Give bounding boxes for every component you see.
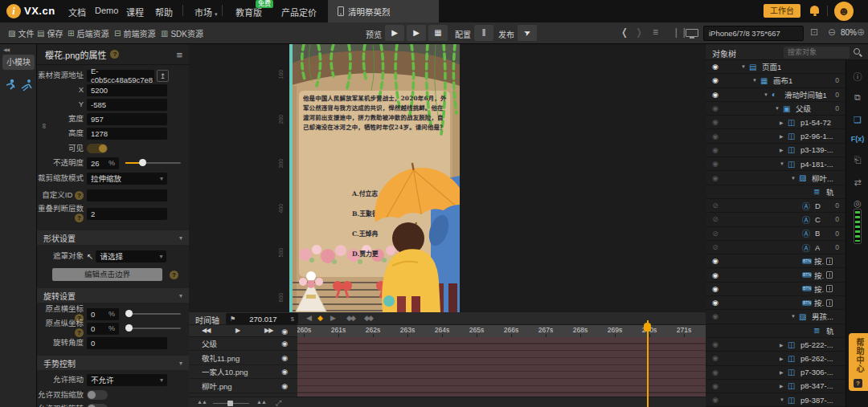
playhead-pin[interactable] xyxy=(644,323,651,332)
expand-arrow-icon[interactable]: ▼ xyxy=(764,92,772,97)
cursor-pick-icon[interactable]: ↖ xyxy=(87,252,93,261)
visibility-eye-icon[interactable]: ⊘ xyxy=(710,243,720,251)
timeline-lanes[interactable] xyxy=(297,337,706,397)
expand-arrow-icon[interactable]: ▼ xyxy=(780,161,788,166)
tree-item[interactable]: ⊘ⒶA0 xyxy=(706,241,845,254)
file-menu[interactable]: ▨文件 xyxy=(8,27,34,39)
tree-item[interactable]: ◉▶◫p5-222-... xyxy=(706,338,845,352)
info-icon[interactable]: i xyxy=(826,271,833,279)
asset-address-field[interactable]: E-c0b5cc48a59c7e8 xyxy=(87,70,154,82)
timeline-track-row[interactable]: 一家人10.png◉ xyxy=(189,365,297,379)
pinch-zoom-toggle[interactable] xyxy=(87,390,108,400)
opacity-slider[interactable] xyxy=(125,162,181,164)
visibility-eye-icon[interactable]: ◉ xyxy=(710,271,720,279)
info-panel-icon[interactable]: ⓘ xyxy=(846,70,868,83)
tree-item[interactable]: ◉▼▨男孩... xyxy=(706,310,845,324)
tree-item[interactable]: ◉▶◫p1-54-72 xyxy=(706,116,845,129)
visibility-eye-icon[interactable]: ◉ xyxy=(281,328,288,336)
angle-field[interactable]: 0 xyxy=(87,337,167,349)
jump-end-keyframes-icon[interactable]: ◆◆ xyxy=(364,314,372,322)
formula-icon[interactable]: F(x) xyxy=(846,135,868,143)
zoom-out-icon[interactable]: ⊖ xyxy=(828,26,836,38)
help-question-icon[interactable]: ? xyxy=(75,214,84,222)
expand-arrow-icon[interactable]: ▶ xyxy=(780,120,788,125)
tree-item[interactable]: ◉▼▤页面1 xyxy=(706,60,845,74)
playhead[interactable] xyxy=(647,320,649,407)
visibility-eye-icon[interactable]: ◉ xyxy=(710,132,720,140)
help-question-icon[interactable]: ? xyxy=(75,191,84,200)
device-selector[interactable] xyxy=(703,26,804,41)
info-icon[interactable]: i xyxy=(826,285,833,292)
logo-text[interactable]: VX.cn xyxy=(24,5,55,17)
tree-item[interactable]: ◉▶◫p6-262-... xyxy=(706,352,845,365)
expand-arrow-icon[interactable]: ▼ xyxy=(775,106,783,111)
expand-timeline-icon[interactable]: ⤢ xyxy=(276,399,280,407)
timeline-track-row[interactable]: 敬礼11.png◉ xyxy=(189,352,297,365)
user-avatar[interactable]: ☻ xyxy=(834,2,854,21)
current-time-value[interactable]: 270.017 xyxy=(239,315,288,324)
tree-item[interactable]: ⊘ⒶB0 xyxy=(706,227,845,241)
visibility-eye-icon[interactable]: ◉ xyxy=(710,285,720,293)
expand-arrow-icon[interactable]: ▼ xyxy=(741,64,749,69)
play-icon[interactable]: ▶ xyxy=(235,327,240,334)
menu-help[interactable]: 帮助 xyxy=(155,6,173,18)
visible-toggle[interactable] xyxy=(87,144,108,153)
tree-item[interactable]: ◉▶◫p8-347-... xyxy=(706,380,845,393)
visibility-eye-icon[interactable]: ◉ xyxy=(710,104,720,112)
help-question-icon[interactable]: ? xyxy=(110,50,119,59)
expand-arrow-icon[interactable]: ▶ xyxy=(780,147,788,153)
expand-arrow-icon[interactable]: ▶ xyxy=(780,342,788,348)
undo-chevron-icon[interactable]: ❬ xyxy=(620,26,628,38)
tree-item[interactable]: ◉▼◫p9-387-... xyxy=(706,393,845,407)
visibility-eye-icon[interactable]: ◉ xyxy=(710,76,720,84)
visibility-eye-icon[interactable]: ◉ xyxy=(710,160,720,168)
overlap-field[interactable]: 2 xyxy=(87,208,167,220)
clip-mode-select[interactable]: 拉伸缩放▾ xyxy=(87,173,167,185)
tree-item[interactable]: ◉▼▨柳叶... xyxy=(706,171,845,185)
prev-keyframe-icon[interactable]: ◀ xyxy=(306,314,312,322)
logo-icon[interactable]: i xyxy=(6,4,21,18)
keyframe-diamond-icon[interactable]: ◆ xyxy=(317,314,323,322)
target-icon[interactable]: ◎ xyxy=(846,198,868,209)
backend-resources-button[interactable]: ⊞后端资源 xyxy=(68,27,108,39)
visibility-eye-icon[interactable]: ◉ xyxy=(281,354,288,362)
menu-course[interactable]: 课程 xyxy=(126,6,144,18)
visibility-eye-icon[interactable]: ◉ xyxy=(710,63,720,71)
search-icon[interactable] xyxy=(854,48,860,55)
action-figure-icon[interactable] xyxy=(3,78,18,92)
visibility-eye-icon[interactable]: ◉ xyxy=(710,354,720,362)
gesture-section-header[interactable]: 手势控制▾ xyxy=(37,356,189,370)
timeline-zoom-out-icon[interactable]: ▲▲ xyxy=(197,399,207,405)
settings-sliders-button[interactable]: ⫼ xyxy=(474,25,493,41)
exit-door-icon[interactable]: ⎗ xyxy=(846,155,868,165)
origin-y-slider[interactable] xyxy=(125,328,181,329)
search-input[interactable] xyxy=(784,47,850,59)
mask-select[interactable]: 请选择▾ xyxy=(96,250,166,263)
jump-start-keyframes-icon[interactable]: ◆◆ xyxy=(346,314,354,322)
timeline-track-row[interactable]: 柳叶.png◉ xyxy=(189,380,297,393)
tree-item[interactable]: ⊘ⒶD0 xyxy=(706,199,845,213)
edit-click-bounds-button[interactable]: 编辑点击边界 xyxy=(52,268,162,281)
small-module-button[interactable]: 小模块 xyxy=(2,55,35,70)
play-from-start-button[interactable]: ▶ xyxy=(407,25,426,41)
phone-preview[interactable]: 他是中国人民解放军某机步营战士，2020年6月，外军公然违背与我方达成的共识，悍… xyxy=(289,44,460,312)
menu-market[interactable]: 市场 ▾ xyxy=(194,6,218,18)
timeline-zoom-in-icon[interactable]: ▲▲ xyxy=(256,399,266,405)
tree-item[interactable]: ◉▶◫p7-306-... xyxy=(706,366,845,380)
save-button[interactable]: ▤保存 xyxy=(37,27,63,39)
visibility-eye-icon[interactable]: ◉ xyxy=(710,396,720,404)
expand-arrow-icon[interactable]: ▼ xyxy=(791,176,799,181)
tree-item[interactable]: ◉▼◐滑动时间轴10 xyxy=(706,88,845,102)
tree-item[interactable]: ◉BTN按.i xyxy=(706,283,845,296)
info-icon[interactable]: i xyxy=(826,299,833,307)
visibility-eye-icon[interactable]: ⊘ xyxy=(710,215,720,223)
rotate-section-header[interactable]: 旋转设置▾ xyxy=(37,288,189,303)
expand-arrow-icon[interactable]: ▶ xyxy=(780,356,788,361)
visibility-eye-icon[interactable]: ◉ xyxy=(281,382,288,390)
tree-item[interactable]: ◉▼▦画布10 xyxy=(706,74,845,88)
panel-menu-icon[interactable]: ≡ xyxy=(176,49,182,61)
shape-section-header[interactable]: 形状设置▾ xyxy=(37,230,189,245)
motion-figure-icon[interactable] xyxy=(19,78,34,92)
origin-x-field[interactable]: 0% xyxy=(87,308,119,320)
tree-item[interactable]: ⊘ⒶC0 xyxy=(706,213,845,226)
